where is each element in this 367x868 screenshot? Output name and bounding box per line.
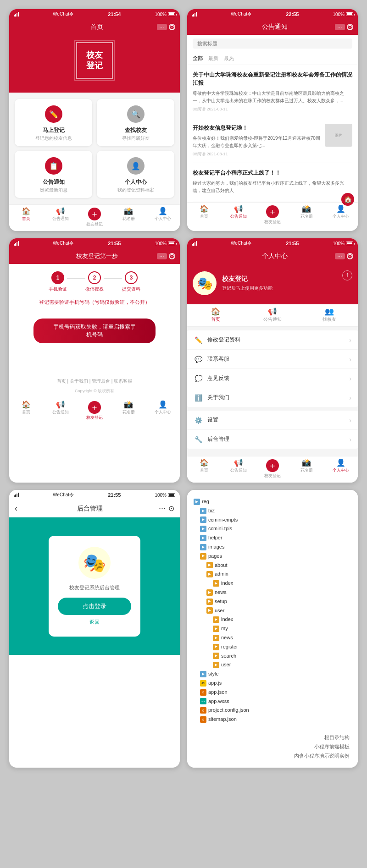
cam-btn2[interactable]: ⊙: [347, 24, 353, 30]
tree-admin: ▶ admin: [206, 570, 351, 579]
nav3-roster[interactable]: 📸 花名册: [119, 401, 138, 421]
tab-all[interactable]: 全部: [193, 55, 203, 62]
screen3-title: 校友登记第一步: [37, 252, 157, 260]
settings-icon: ⚙️: [194, 417, 203, 424]
tree-label: user: [215, 606, 224, 615]
back-btn[interactable]: ‹: [15, 504, 17, 513]
home2-icon: 🏠: [200, 205, 209, 213]
get-phone-btn[interactable]: 手机号码获取失败，请重启搜索手机号码: [33, 319, 156, 343]
screen2-status: WeChat令 22:55 100%: [187, 9, 358, 19]
avatar-img: 🎭: [193, 271, 217, 295]
menu-row-edit[interactable]: ✏️ 修改登记资料 ›: [187, 330, 358, 350]
news-item-2[interactable]: 校友登记平台小程序正式上线了！！ 经过大家的努力，我们的校友登记平台小程序正式上…: [193, 163, 352, 202]
profile-nav-home[interactable]: 🏠 首页: [206, 308, 225, 323]
find-icon: 🔍: [127, 105, 145, 123]
admin-title: 校友登记系统后台管理: [58, 584, 131, 591]
nav2-notice[interactable]: 📢 公告通知: [229, 205, 248, 225]
header-actions[interactable]: ··· ⊙: [157, 24, 175, 30]
tree-user-search: ▶ search: [213, 652, 351, 661]
float-home-btn[interactable]: 🏠: [341, 193, 354, 206]
tree-reg: ▶ reg: [194, 497, 351, 506]
profile-nav-notice[interactable]: 📢 公告通知: [263, 308, 282, 323]
nav-notice[interactable]: 📢 公告通知: [51, 208, 70, 227]
add-icon: ＋: [88, 208, 101, 220]
footer-link-home[interactable]: 首页: [57, 379, 66, 384]
menu-row-feedback[interactable]: 💭 意见反馈 ›: [187, 369, 358, 388]
footer-link-about[interactable]: 关于我们: [70, 379, 88, 384]
nav-profile[interactable]: 👤 个人中心: [154, 208, 172, 227]
menu-row-settings[interactable]: ⚙️ 设置 ›: [187, 411, 358, 430]
screen2-actions[interactable]: ··· ⊙: [335, 24, 353, 30]
news-meta-0: 08阅读 2021-08-11: [193, 106, 352, 112]
share-icon[interactable]: ⤴: [342, 270, 352, 280]
nav3-register[interactable]: ＋ 校友登记: [85, 401, 104, 421]
nav3-profile[interactable]: 👤 个人中心: [154, 401, 172, 421]
signal2: [192, 12, 197, 16]
screen5-more[interactable]: ···: [159, 504, 166, 513]
footer-link-admin[interactable]: 管理后台: [92, 379, 110, 384]
search-input[interactable]: [193, 38, 352, 49]
nav2-profile[interactable]: 👤 个人中心: [332, 205, 350, 225]
tab-latest[interactable]: 最新: [208, 55, 218, 62]
menu-find[interactable]: 🔍 查找校友 寻找同届好友: [97, 99, 174, 146]
more-btn[interactable]: ···: [157, 24, 167, 30]
roster-icon: 📸: [124, 208, 133, 215]
menu-register[interactable]: ✏️ 马上登记 登记您的校友信息: [15, 99, 92, 146]
tree-appjson: {} app.json: [200, 688, 351, 697]
nav-roster[interactable]: 📸 花名册: [119, 208, 138, 227]
nav4-register[interactable]: ＋ 校友登记: [263, 459, 282, 479]
menu-row-admin[interactable]: 🔧 后台管理 ›: [187, 430, 358, 449]
nav3-notice[interactable]: 📢 公告通知: [51, 401, 70, 421]
screen1-bottom-nav: 🏠 首页 📢 公告通知 ＋ 校友登记 📸 花名册 👤 个人中心: [9, 204, 180, 231]
target-btn[interactable]: ⊙: [168, 504, 174, 513]
profile-nav-find[interactable]: 👥 找校友: [320, 308, 339, 323]
nav4-profile[interactable]: 👤 个人中心: [332, 459, 350, 479]
cam-btn3[interactable]: ⊙: [169, 253, 175, 259]
news-meta-1: 08阅读 2021-08-11: [193, 151, 321, 157]
tree-label: index: [221, 615, 233, 624]
nav2-home[interactable]: 🏠 首页: [195, 205, 213, 225]
tree-label: sitemap.json: [208, 715, 237, 724]
nav4-roster[interactable]: 📸 花名册: [297, 459, 316, 479]
step-1: 1 手机验证: [49, 271, 67, 292]
nav3-home[interactable]: 🏠 首页: [17, 401, 35, 421]
more-btn2[interactable]: ···: [335, 24, 345, 30]
menu-row-about[interactable]: ℹ️ 关于我们 ›: [187, 388, 358, 407]
news-body-1: 各位校友好！我们亲爱的母校-即将于2019年12月迎来建校70周年大庆，金融专业…: [193, 135, 321, 149]
tab-hot[interactable]: 最热: [224, 55, 234, 62]
tree-label: ccmini-tpls: [208, 524, 232, 533]
add3-icon: ＋: [88, 401, 101, 414]
screen3-actions[interactable]: ··· ⊙: [157, 253, 175, 259]
screen3-header-bar: 校友登记第一步 ··· ⊙: [9, 248, 180, 264]
footer-link-service[interactable]: 联系客服: [114, 379, 132, 384]
news-item-0[interactable]: 关于中山大学珠海校友会重新登记注册和校友年会筹备工作的情况汇报 尊敬的中大各学院…: [193, 65, 352, 118]
cam-btn[interactable]: ⊙: [169, 24, 175, 30]
steps-container: 1 手机验证 2 微信授权 3 提交资料: [9, 264, 180, 296]
login-btn[interactable]: 点击登录: [58, 598, 131, 615]
file-tree: ▶ reg ▶ biz ▶ ccmini-cmpts ▶ ccmini-tpls…: [194, 497, 351, 724]
nav2-register[interactable]: ＋ 校友登记: [263, 205, 282, 225]
folder2-icon: ▶: [213, 626, 219, 632]
profile-label: 个人中心: [101, 178, 170, 186]
notice2-icon: 📢: [234, 205, 243, 213]
nav4-home[interactable]: 🏠 首页: [195, 459, 213, 479]
profile-hero: 🎭 校友登记 登记后马上使用更多功能 ⤴: [187, 264, 358, 304]
news-item-1[interactable]: 开始校友信息登记啦！ 各位校友好！我们亲爱的母校-即将于2019年12月迎来建校…: [193, 118, 352, 163]
nav2-roster[interactable]: 📸 花名册: [297, 205, 316, 225]
menu-profile[interactable]: 👤 个人中心 我的登记资料档案: [97, 151, 174, 198]
folder2-icon: ▶: [206, 599, 213, 605]
nav4-notice[interactable]: 📢 公告通知: [229, 459, 248, 479]
note-1: 根目录结构: [194, 733, 350, 742]
more-btn4[interactable]: ···: [335, 253, 345, 259]
screen4-header-bar: 个人中心 ··· ⊙: [187, 248, 358, 264]
tree-label: pages: [208, 552, 222, 561]
menu-notice[interactable]: 📋 公告通知 浏览最新消息: [15, 151, 92, 198]
cam-btn4[interactable]: ⊙: [347, 253, 353, 259]
menu-row-service[interactable]: 💬 联系客服 ›: [187, 350, 358, 369]
nav-home[interactable]: 🏠 首页: [17, 208, 35, 227]
return-link[interactable]: 返回: [58, 619, 131, 626]
screen4-actions[interactable]: ··· ⊙: [335, 253, 353, 259]
nav-register[interactable]: ＋ 校友登记: [85, 208, 104, 227]
screen2-title: 公告通知: [215, 23, 335, 31]
more-btn3[interactable]: ···: [157, 253, 167, 259]
